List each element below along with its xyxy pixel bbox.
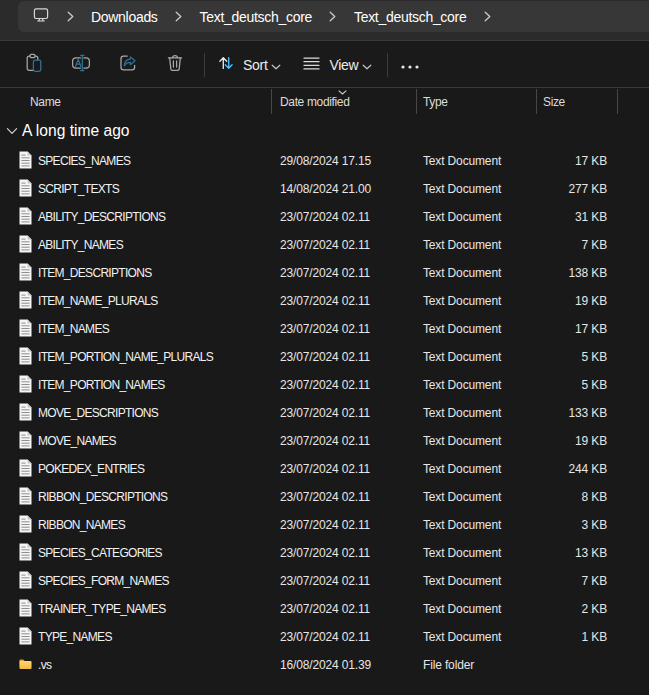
file-size: 3 KB [537,511,607,539]
file-row[interactable]: ITEM_PORTION_NAMES 23/07/2024 02.11 Text… [0,371,649,399]
file-size: 2 KB [537,595,607,623]
view-button[interactable]: View [292,47,383,83]
file-name: ITEM_NAMES [38,322,109,336]
share-icon [118,53,138,76]
file-row[interactable]: ITEM_DESCRIPTIONS 23/07/2024 02.11 Text … [0,259,649,287]
file-row[interactable]: .vs 16/08/2024 01.39 File folder [0,651,649,679]
trash-icon [165,53,185,76]
file-type: Text Document [423,399,536,427]
file-row[interactable]: SPECIES_FORM_NAMES 23/07/2024 02.11 Text… [0,567,649,595]
file-size [537,651,607,679]
file-name: POKEDEX_ENTRIES [38,462,144,476]
column-separator[interactable] [617,89,618,114]
file-row[interactable]: SPECIES_NAMES 29/08/2024 17.15 Text Docu… [0,147,649,175]
text-document-icon [19,543,32,561]
file-name: RIBBON_NAMES [38,518,125,532]
delete-button[interactable] [155,47,195,83]
file-row[interactable]: ABILITY_NAMES 23/07/2024 02.11 Text Docu… [0,231,649,259]
text-document-icon [19,627,32,645]
file-row[interactable]: MOVE_NAMES 23/07/2024 02.11 Text Documen… [0,427,649,455]
file-row[interactable]: TYPE_NAMES 23/07/2024 02.11 Text Documen… [0,623,649,651]
file-date-modified: 16/08/2024 01.39 [280,651,416,679]
text-document-icon [19,431,32,449]
toolbar-separator [204,53,205,77]
chevron-down-icon [362,57,372,73]
breadcrumb-item-downloads[interactable]: Downloads [82,4,167,30]
paste-button[interactable] [14,47,54,83]
file-size: 133 KB [537,399,607,427]
text-document-icon [19,599,32,617]
file-size: 7 KB [537,231,607,259]
file-type: Text Document [423,567,536,595]
sort-button[interactable]: Sort [207,47,292,83]
file-type: Text Document [423,203,536,231]
file-type: Text Document [423,623,536,651]
file-size: 138 KB [537,259,607,287]
file-type: Text Document [423,595,536,623]
file-name: .vs [38,658,51,672]
file-date-modified: 23/07/2024 02.11 [280,455,416,483]
breadcrumb-chevron-icon[interactable] [475,4,499,30]
chevron-down-icon [271,57,281,73]
group-header[interactable]: A long time ago [0,114,649,147]
file-size: 19 KB [537,287,607,315]
breadcrumb-item-current-folder[interactable]: Text_deutsch_core [345,4,475,30]
see-more-button[interactable] [390,47,430,83]
text-document-icon [19,291,32,309]
rename-icon [71,53,91,76]
file-name: ITEM_PORTION_NAMES [38,378,165,392]
file-name: SPECIES_CATEGORIES [38,546,162,560]
file-row[interactable]: TRAINER_TYPE_NAMES 23/07/2024 02.11 Text… [0,595,649,623]
file-row[interactable]: SCRIPT_TEXTS 14/08/2024 21.00 Text Docum… [0,175,649,203]
column-header-size[interactable]: Size [537,89,617,114]
file-row[interactable]: ITEM_NAMES 23/07/2024 02.11 Text Documen… [0,315,649,343]
breadcrumb-chevron-icon[interactable] [321,4,345,30]
file-size: 7 KB [537,567,607,595]
share-button[interactable] [108,47,148,83]
column-header-name[interactable]: Name [0,89,271,114]
rename-button[interactable] [61,47,101,83]
text-document-icon [19,235,32,253]
file-type: Text Document [423,231,536,259]
file-name: ITEM_PORTION_NAME_PLURALS [38,350,213,364]
file-type: Text Document [423,175,536,203]
ellipsis-icon [401,57,419,72]
breadcrumb-chevron-icon[interactable] [167,4,191,30]
address-bar[interactable]: Downloads Text_deutsch_core Text_deutsch… [18,1,649,32]
file-row[interactable]: SPECIES_CATEGORIES 23/07/2024 02.11 Text… [0,539,649,567]
file-date-modified: 23/07/2024 02.11 [280,343,416,371]
file-name: SPECIES_NAMES [38,154,130,168]
file-name: ITEM_DESCRIPTIONS [38,266,151,280]
breadcrumb-item-folder[interactable]: Text_deutsch_core [191,4,321,30]
text-document-icon [19,375,32,393]
file-name: RIBBON_DESCRIPTIONS [38,490,167,504]
file-row[interactable]: POKEDEX_ENTRIES 23/07/2024 02.11 Text Do… [0,455,649,483]
file-date-modified: 23/07/2024 02.11 [280,399,416,427]
file-type: Text Document [423,427,536,455]
file-row[interactable]: MOVE_DESCRIPTIONS 23/07/2024 02.11 Text … [0,399,649,427]
file-row[interactable]: ITEM_PORTION_NAME_PLURALS 23/07/2024 02.… [0,343,649,371]
file-list-area: Name Date modified Type Size A long time… [0,89,649,695]
file-type: Text Document [423,483,536,511]
file-row[interactable]: RIBBON_NAMES 23/07/2024 02.11 Text Docum… [0,511,649,539]
file-size: 19 KB [537,427,607,455]
sort-direction-icon [338,90,347,95]
file-date-modified: 14/08/2024 21.00 [280,175,416,203]
file-type: Text Document [423,287,536,315]
file-date-modified: 29/08/2024 17.15 [280,147,416,175]
file-row[interactable]: ITEM_NAME_PLURALS 23/07/2024 02.11 Text … [0,287,649,315]
file-name: SCRIPT_TEXTS [38,182,119,196]
file-date-modified: 23/07/2024 02.11 [280,203,416,231]
file-row[interactable]: ABILITY_DESCRIPTIONS 23/07/2024 02.11 Te… [0,203,649,231]
breadcrumb-this-pc-button[interactable] [24,4,58,30]
file-name: MOVE_DESCRIPTIONS [38,406,158,420]
breadcrumb-chevron-icon[interactable] [58,4,82,30]
sort-button-label: Sort [243,57,267,73]
folder-icon [19,657,32,672]
view-button-label: View [329,57,358,73]
file-date-modified: 23/07/2024 02.11 [280,259,416,287]
command-bar: Sort View [0,42,649,88]
column-header-type[interactable]: Type [417,89,536,114]
file-row[interactable]: RIBBON_DESCRIPTIONS 23/07/2024 02.11 Tex… [0,483,649,511]
group-collapse-chevron-icon[interactable] [4,123,20,139]
